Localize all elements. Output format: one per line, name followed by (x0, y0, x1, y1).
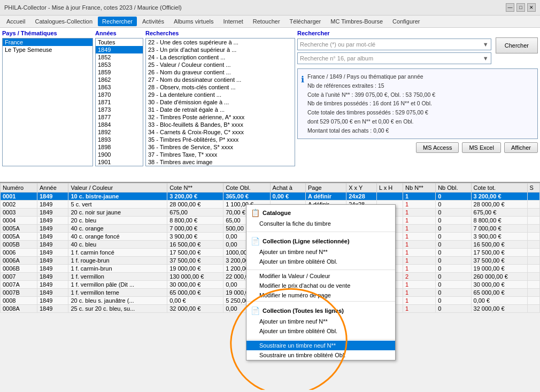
context-ajouter-neuf-all[interactable]: Ajouter un timbre neuf N** (246, 317, 395, 326)
table-cell: 1 (403, 193, 436, 201)
search-combo-1[interactable]: Recherche (*) ou par mot-clé ▼ (297, 39, 491, 50)
table-cell: 20 c. bleu s. jaunâtre (... (68, 297, 167, 305)
annee-1870[interactable]: 1870 (96, 91, 143, 98)
table-cell: 0 (436, 305, 471, 313)
pays-list[interactable]: France Le Type Semeuse (2, 38, 93, 166)
annee-1892[interactable]: 1892 (96, 128, 143, 136)
recherche-34[interactable]: 34 - Carnets & Croix-Rouge, C* xxxx (146, 128, 295, 136)
annee-1862[interactable]: 1862 (96, 76, 143, 83)
ms-access-button[interactable]: MS Access (416, 142, 459, 153)
annee-1873[interactable]: 1873 (96, 106, 143, 113)
menu-albums[interactable]: Albums virtuels (169, 17, 218, 26)
recherche-37[interactable]: 37 - Timbres Taxe, T* xxxx (146, 151, 295, 158)
table-cell: 1849 (37, 305, 68, 313)
recherche-35[interactable]: 35 - Timbres Pré-oblitérés, P* xxxx (146, 136, 295, 143)
table-cell: 1849 (37, 201, 68, 209)
context-catalogue-header[interactable]: 📋 Catalogue (246, 207, 395, 219)
table-cell: 1 (403, 265, 436, 273)
ms-excel-button[interactable]: MS Excel (462, 142, 500, 153)
annee-1871[interactable]: 1871 (96, 98, 143, 106)
table-cell: 40 c. bleu (68, 241, 167, 249)
recherche-23[interactable]: 23 - Un prix d'achat supérieur à ... (146, 46, 295, 53)
recherche-22[interactable]: 22 - Une des cotes supérieure à ... (146, 39, 295, 46)
annee-1849[interactable]: 1849 (96, 46, 143, 53)
recherche-28[interactable]: 28 - Observ, mots-clés contient ... (146, 83, 295, 91)
annee-1893[interactable]: 1893 (96, 136, 143, 143)
col-lxh: L x H (376, 183, 403, 193)
col-annee: Année (37, 183, 68, 193)
col-cote-obl: Cote Obl. (223, 183, 270, 193)
pays-item-france[interactable]: France (3, 39, 92, 46)
table-cell: 30 000,00 € (167, 281, 223, 289)
context-modifier-prix[interactable]: Modifier le prix d'achat ou de vente (246, 281, 395, 290)
context-ajouter-oblitere-all[interactable]: Ajouter un timbre oblitéré Obl. (246, 326, 395, 336)
context-consulter-fiche[interactable]: Consulter la fiche du timbre (246, 219, 395, 228)
pays-item-semeuse[interactable]: Le Type Semeuse (3, 46, 92, 53)
table-cell (527, 265, 540, 273)
annee-1852[interactable]: 1852 (96, 53, 143, 61)
table-row[interactable]: 0001184910 c. bistre-jaune3 200,00 €365,… (1, 193, 540, 201)
menu-activites[interactable]: Activités (138, 17, 168, 26)
context-modifier-numero[interactable]: Modifier le numéro de page (246, 290, 395, 300)
context-soustraire-neuf[interactable]: Soustraire un timbre neuf N** (246, 341, 395, 350)
close-button[interactable]: ✕ (527, 3, 536, 12)
context-menu[interactable]: 📋 Catalogue Consulter la fiche du timbre… (246, 204, 396, 360)
table-cell: 0002 (1, 201, 37, 209)
annee-1859[interactable]: 1859 (96, 68, 143, 76)
menu-telecharger[interactable]: Télécharger (286, 17, 326, 26)
context-collection-selected-header[interactable]: 📄 Collection (Ligne sélectionnée) (246, 235, 395, 247)
menu-catalogues[interactable]: Catalogues-Collection (30, 17, 97, 26)
table-cell: 1 (403, 209, 436, 217)
table-area: Numéro Année Valeur / Couleur Cote N** C… (0, 183, 540, 390)
table-cell: 40 c. orange (68, 225, 167, 233)
recherches-list[interactable]: 22 - Une des cotes supérieure à ... 23 -… (145, 38, 295, 166)
annee-1902[interactable]: 1902 (96, 166, 143, 166)
annee-1884[interactable]: 1884 (96, 121, 143, 128)
table-cell: 7 000,00 € (471, 225, 527, 233)
annees-list[interactable]: Toutes 1849 1852 1853 1859 1862 1863 187… (95, 38, 143, 166)
menu-configurer[interactable]: Configurer (388, 17, 424, 26)
menu-internet[interactable]: Internet (219, 17, 248, 26)
recherche-30[interactable]: 30 - Date d'émission égale à ... (146, 98, 295, 106)
recherche-36[interactable]: 36 - Timbres de Service, S* xxxx (146, 143, 295, 151)
search-combo-2[interactable]: Recherche n° 16, par album ▼ (297, 52, 491, 64)
recherche-31[interactable]: 31 - Date de retrait égale à ... (146, 106, 295, 113)
window-controls[interactable]: — □ ✕ (506, 3, 536, 12)
recherche-25[interactable]: 25 - Valeur / Couleur contient ... (146, 61, 295, 68)
recherche-33[interactable]: 33 - Bloc-feuillets & Bandes, B* xxxx (146, 121, 295, 128)
context-soustraire-oblitere[interactable]: Soustraire un timbre oblitéré Obl. (246, 350, 395, 360)
table-cell (527, 257, 540, 265)
menu-retoucher[interactable]: Retoucher (249, 17, 284, 26)
table-cell: 1 (403, 289, 436, 297)
recherche-32[interactable]: 32 - Timbres Poste aérienne, A* xxxx (146, 113, 295, 121)
recherche-24[interactable]: 24 - La description contient ... (146, 53, 295, 61)
recherche-39[interactable]: 39 - Timbres sans image (146, 166, 295, 166)
table-cell: 0005A (1, 225, 37, 233)
recherche-29[interactable]: 29 - La dentelure contient ... (146, 91, 295, 98)
table-cell: 3 900,00 € (471, 233, 527, 241)
annee-1877[interactable]: 1877 (96, 113, 143, 121)
chercher-button[interactable]: Chercher (496, 37, 538, 53)
table-cell: 1 (403, 297, 436, 305)
minimize-button[interactable]: — (506, 3, 514, 12)
annee-1901[interactable]: 1901 (96, 158, 143, 166)
menu-rechercher[interactable]: Rechercher (98, 17, 137, 26)
annee-1853[interactable]: 1853 (96, 61, 143, 68)
maximize-button[interactable]: □ (516, 3, 525, 12)
table-cell: 0 (436, 281, 471, 289)
afficher-button[interactable]: Afficher (504, 142, 538, 153)
menu-mc-timbres[interactable]: MC Timbres-Bourse (326, 17, 387, 26)
context-collection-all-header[interactable]: 📄 Collection (Toutes les lignes) (246, 305, 395, 317)
context-ajouter-neuf-selected[interactable]: Ajouter un timbre neuf N** (246, 247, 395, 257)
recherche-38[interactable]: 38 - Timbres avec image (146, 158, 295, 166)
recherche-26[interactable]: 26 - Nom du graveur contient ... (146, 68, 295, 76)
recherche-27[interactable]: 27 - Nom du dessinateur contient ... (146, 76, 295, 83)
annee-1898[interactable]: 1898 (96, 143, 143, 151)
annee-1863[interactable]: 1863 (96, 83, 143, 91)
annee-1900[interactable]: 1900 (96, 151, 143, 158)
table-cell: 1849 (37, 265, 68, 273)
context-modifier-valeur[interactable]: Modifier la Valeur / Couleur (246, 271, 395, 281)
context-ajouter-oblitere-selected[interactable]: Ajouter un timbre oblitéré Obl. (246, 257, 395, 266)
annee-toutes[interactable]: Toutes (96, 39, 143, 46)
menu-accueil[interactable]: Accueil (2, 17, 29, 26)
